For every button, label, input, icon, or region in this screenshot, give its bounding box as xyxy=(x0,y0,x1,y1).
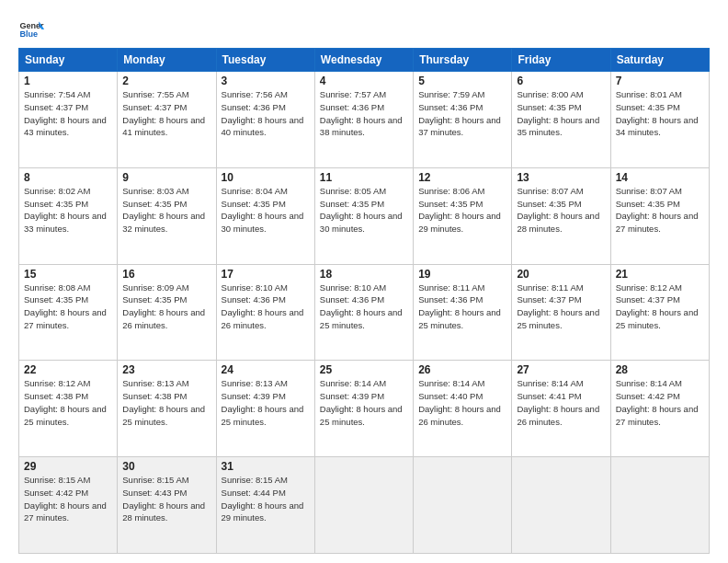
calendar-cell: 7 Sunrise: 8:01 AMSunset: 4:35 PMDayligh… xyxy=(610,72,709,168)
weekday-header-row: SundayMondayTuesdayWednesdayThursdayFrid… xyxy=(19,49,710,72)
day-info: Sunrise: 7:57 AMSunset: 4:36 PMDaylight:… xyxy=(320,88,408,139)
calendar-cell: 3 Sunrise: 7:56 AMSunset: 4:36 PMDayligh… xyxy=(216,72,314,168)
calendar-cell: 6 Sunrise: 8:00 AMSunset: 4:35 PMDayligh… xyxy=(512,72,610,168)
day-info: Sunrise: 7:55 AMSunset: 4:37 PMDaylight:… xyxy=(122,88,210,139)
day-info: Sunrise: 8:11 AMSunset: 4:37 PMDaylight:… xyxy=(517,282,605,332)
day-number: 11 xyxy=(320,171,408,184)
weekday-header-thursday: Thursday xyxy=(414,49,512,72)
day-number: 23 xyxy=(122,363,210,376)
calendar-cell: 19 Sunrise: 8:11 AMSunset: 4:36 PMDaylig… xyxy=(414,264,512,361)
day-number: 12 xyxy=(418,171,506,184)
day-number: 24 xyxy=(222,363,310,376)
weekday-header-wednesday: Wednesday xyxy=(314,49,413,72)
calendar-cell: 22 Sunrise: 8:12 AMSunset: 4:38 PMDaylig… xyxy=(19,361,118,457)
day-info: Sunrise: 8:15 AMSunset: 4:43 PMDaylight:… xyxy=(122,474,210,524)
calendar-cell xyxy=(414,457,512,554)
weekday-header-monday: Monday xyxy=(118,49,216,72)
day-info: Sunrise: 8:03 AMSunset: 4:35 PMDaylight:… xyxy=(122,185,210,236)
day-info: Sunrise: 8:13 AMSunset: 4:39 PMDaylight:… xyxy=(222,377,310,428)
day-info: Sunrise: 8:01 AMSunset: 4:35 PMDaylight:… xyxy=(616,88,704,139)
day-number: 5 xyxy=(418,75,506,87)
day-info: Sunrise: 8:04 AMSunset: 4:35 PMDaylight:… xyxy=(222,185,310,236)
logo-icon: General Blue xyxy=(18,17,44,42)
calendar-week-row: 1 Sunrise: 7:54 AMSunset: 4:37 PMDayligh… xyxy=(19,72,710,168)
day-info: Sunrise: 8:08 AMSunset: 4:35 PMDaylight:… xyxy=(24,282,112,332)
weekday-header-tuesday: Tuesday xyxy=(216,49,314,72)
calendar-cell: 8 Sunrise: 8:02 AMSunset: 4:35 PMDayligh… xyxy=(19,167,118,264)
day-number: 17 xyxy=(222,268,310,281)
day-number: 22 xyxy=(24,363,112,376)
day-info: Sunrise: 7:59 AMSunset: 4:36 PMDaylight:… xyxy=(418,88,506,139)
calendar-cell xyxy=(512,457,610,554)
day-info: Sunrise: 8:13 AMSunset: 4:38 PMDaylight:… xyxy=(122,377,210,428)
day-number: 16 xyxy=(122,268,210,281)
day-number: 13 xyxy=(517,171,605,184)
calendar-cell: 28 Sunrise: 8:14 AMSunset: 4:42 PMDaylig… xyxy=(610,361,709,457)
day-number: 15 xyxy=(24,268,112,281)
day-number: 30 xyxy=(122,460,210,473)
day-info: Sunrise: 7:54 AMSunset: 4:37 PMDaylight:… xyxy=(24,88,112,139)
weekday-header-sunday: Sunday xyxy=(19,49,118,72)
day-info: Sunrise: 8:14 AMSunset: 4:42 PMDaylight:… xyxy=(616,377,704,428)
calendar-cell: 12 Sunrise: 8:06 AMSunset: 4:35 PMDaylig… xyxy=(414,167,512,264)
page: General Blue SundayMondayTuesdayWednesda… xyxy=(0,0,728,563)
day-number: 31 xyxy=(222,460,310,473)
day-info: Sunrise: 8:14 AMSunset: 4:39 PMDaylight:… xyxy=(320,377,408,428)
day-info: Sunrise: 7:56 AMSunset: 4:36 PMDaylight:… xyxy=(222,88,310,139)
calendar-week-row: 29 Sunrise: 8:15 AMSunset: 4:42 PMDaylig… xyxy=(19,457,710,554)
calendar-cell: 29 Sunrise: 8:15 AMSunset: 4:42 PMDaylig… xyxy=(19,457,118,554)
day-number: 4 xyxy=(320,75,408,87)
calendar-cell: 30 Sunrise: 8:15 AMSunset: 4:43 PMDaylig… xyxy=(118,457,216,554)
day-number: 28 xyxy=(616,363,704,376)
calendar-cell: 10 Sunrise: 8:04 AMSunset: 4:35 PMDaylig… xyxy=(216,167,314,264)
day-info: Sunrise: 8:10 AMSunset: 4:36 PMDaylight:… xyxy=(222,282,310,332)
calendar-cell: 18 Sunrise: 8:10 AMSunset: 4:36 PMDaylig… xyxy=(314,264,413,361)
day-info: Sunrise: 8:07 AMSunset: 4:35 PMDaylight:… xyxy=(517,185,605,236)
calendar-cell: 25 Sunrise: 8:14 AMSunset: 4:39 PMDaylig… xyxy=(314,361,413,457)
day-number: 3 xyxy=(222,75,310,87)
day-info: Sunrise: 8:06 AMSunset: 4:35 PMDaylight:… xyxy=(418,185,506,236)
day-number: 8 xyxy=(24,171,112,184)
calendar-cell: 2 Sunrise: 7:55 AMSunset: 4:37 PMDayligh… xyxy=(118,72,216,168)
calendar-cell: 14 Sunrise: 8:07 AMSunset: 4:35 PMDaylig… xyxy=(610,167,709,264)
day-info: Sunrise: 8:15 AMSunset: 4:42 PMDaylight:… xyxy=(24,474,112,524)
day-number: 20 xyxy=(517,268,605,281)
day-info: Sunrise: 8:05 AMSunset: 4:35 PMDaylight:… xyxy=(320,185,408,236)
day-info: Sunrise: 8:10 AMSunset: 4:36 PMDaylight:… xyxy=(320,282,408,332)
day-info: Sunrise: 8:02 AMSunset: 4:35 PMDaylight:… xyxy=(24,185,112,236)
calendar-table: SundayMondayTuesdayWednesdayThursdayFrid… xyxy=(18,48,710,554)
day-number: 2 xyxy=(122,75,210,87)
day-info: Sunrise: 8:14 AMSunset: 4:41 PMDaylight:… xyxy=(517,377,605,428)
calendar-cell: 1 Sunrise: 7:54 AMSunset: 4:37 PMDayligh… xyxy=(19,72,118,168)
calendar-cell: 11 Sunrise: 8:05 AMSunset: 4:35 PMDaylig… xyxy=(314,167,413,264)
day-info: Sunrise: 8:00 AMSunset: 4:35 PMDaylight:… xyxy=(517,88,605,139)
calendar-cell: 27 Sunrise: 8:14 AMSunset: 4:41 PMDaylig… xyxy=(512,361,610,457)
calendar-cell: 31 Sunrise: 8:15 AMSunset: 4:44 PMDaylig… xyxy=(216,457,314,554)
day-info: Sunrise: 8:07 AMSunset: 4:35 PMDaylight:… xyxy=(616,185,704,236)
calendar-cell: 4 Sunrise: 7:57 AMSunset: 4:36 PMDayligh… xyxy=(314,72,413,168)
calendar-cell xyxy=(610,457,709,554)
day-number: 14 xyxy=(616,171,704,184)
svg-text:Blue: Blue xyxy=(19,29,38,39)
day-info: Sunrise: 8:12 AMSunset: 4:38 PMDaylight:… xyxy=(24,377,112,428)
calendar-week-row: 8 Sunrise: 8:02 AMSunset: 4:35 PMDayligh… xyxy=(19,167,710,264)
calendar-cell: 16 Sunrise: 8:09 AMSunset: 4:35 PMDaylig… xyxy=(118,264,216,361)
day-info: Sunrise: 8:11 AMSunset: 4:36 PMDaylight:… xyxy=(418,282,506,332)
logo: General Blue xyxy=(18,17,44,42)
day-number: 25 xyxy=(320,363,408,376)
calendar-week-row: 22 Sunrise: 8:12 AMSunset: 4:38 PMDaylig… xyxy=(19,361,710,457)
day-info: Sunrise: 8:09 AMSunset: 4:35 PMDaylight:… xyxy=(122,282,210,332)
header: General Blue xyxy=(18,17,710,42)
day-number: 19 xyxy=(418,268,506,281)
calendar-cell: 21 Sunrise: 8:12 AMSunset: 4:37 PMDaylig… xyxy=(610,264,709,361)
weekday-header-friday: Friday xyxy=(512,49,610,72)
calendar-cell: 13 Sunrise: 8:07 AMSunset: 4:35 PMDaylig… xyxy=(512,167,610,264)
calendar-week-row: 15 Sunrise: 8:08 AMSunset: 4:35 PMDaylig… xyxy=(19,264,710,361)
day-number: 27 xyxy=(517,363,605,376)
day-number: 7 xyxy=(616,75,704,87)
calendar-cell: 15 Sunrise: 8:08 AMSunset: 4:35 PMDaylig… xyxy=(19,264,118,361)
calendar-cell: 20 Sunrise: 8:11 AMSunset: 4:37 PMDaylig… xyxy=(512,264,610,361)
weekday-header-saturday: Saturday xyxy=(610,49,709,72)
day-info: Sunrise: 8:12 AMSunset: 4:37 PMDaylight:… xyxy=(616,282,704,332)
day-number: 29 xyxy=(24,460,112,473)
